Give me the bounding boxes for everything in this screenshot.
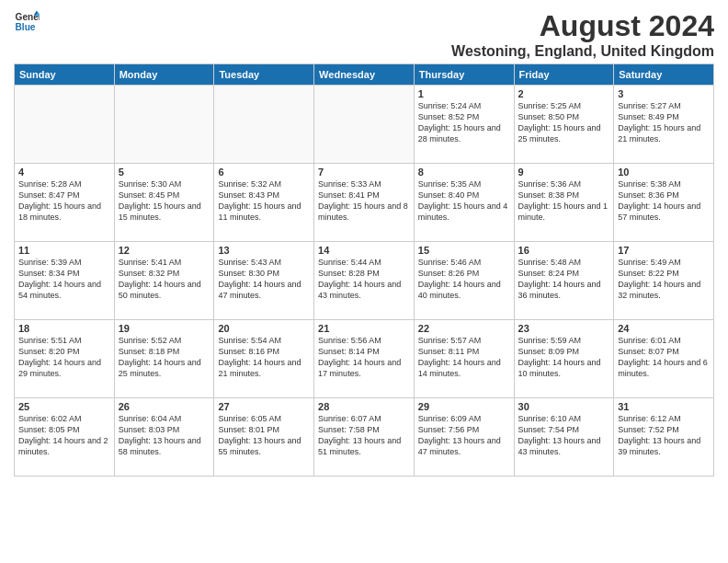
subtitle: Westoning, England, United Kingdom — [451, 43, 714, 60]
table-row: 13Sunrise: 5:43 AMSunset: 8:30 PMDayligh… — [214, 242, 314, 320]
day-info: Sunrise: 5:36 AMSunset: 8:38 PMDaylight:… — [518, 178, 610, 224]
day-info: Sunrise: 5:46 AMSunset: 8:26 PMDaylight:… — [418, 257, 510, 302]
day-number: 30 — [518, 401, 610, 412]
day-number: 4 — [18, 167, 110, 178]
table-row: 9Sunrise: 5:36 AMSunset: 8:38 PMDaylight… — [514, 164, 614, 242]
table-row: 16Sunrise: 5:48 AMSunset: 8:24 PMDayligh… — [514, 242, 614, 320]
day-number: 14 — [318, 245, 410, 256]
table-row — [114, 86, 214, 164]
day-info: Sunrise: 5:48 AMSunset: 8:24 PMDaylight:… — [518, 257, 610, 302]
day-info: Sunrise: 5:56 AMSunset: 8:14 PMDaylight:… — [318, 335, 410, 380]
table-row: 14Sunrise: 5:44 AMSunset: 8:28 PMDayligh… — [314, 242, 415, 320]
table-row: 19Sunrise: 5:52 AMSunset: 8:18 PMDayligh… — [114, 320, 214, 398]
day-number: 29 — [418, 401, 510, 412]
table-row — [314, 86, 415, 164]
day-info: Sunrise: 5:27 AMSunset: 8:49 PMDaylight:… — [618, 100, 710, 145]
day-info: Sunrise: 6:09 AMSunset: 7:56 PMDaylight:… — [418, 413, 510, 458]
calendar-week-row: 1Sunrise: 5:24 AMSunset: 8:52 PMDaylight… — [15, 86, 714, 164]
calendar-week-row: 4Sunrise: 5:28 AMSunset: 8:47 PMDaylight… — [15, 164, 714, 242]
day-number: 28 — [318, 401, 410, 412]
table-row: 25Sunrise: 6:02 AMSunset: 8:05 PMDayligh… — [15, 398, 115, 477]
day-info: Sunrise: 6:07 AMSunset: 7:58 PMDaylight:… — [318, 413, 410, 458]
header: General Blue August 2024 Westoning, Engl… — [14, 9, 714, 60]
calendar-header-row: Sunday Monday Tuesday Wednesday Thursday… — [15, 64, 714, 86]
calendar-table: Sunday Monday Tuesday Wednesday Thursday… — [14, 63, 714, 477]
table-row: 22Sunrise: 5:57 AMSunset: 8:11 PMDayligh… — [414, 320, 514, 398]
day-number: 5 — [119, 167, 210, 178]
table-row: 29Sunrise: 6:09 AMSunset: 7:56 PMDayligh… — [414, 398, 514, 477]
day-info: Sunrise: 5:38 AMSunset: 8:36 PMDaylight:… — [618, 178, 710, 224]
col-tuesday: Tuesday — [214, 64, 314, 86]
day-info: Sunrise: 6:04 AMSunset: 8:03 PMDaylight:… — [119, 413, 210, 458]
table-row: 15Sunrise: 5:46 AMSunset: 8:26 PMDayligh… — [414, 242, 514, 320]
table-row: 26Sunrise: 6:04 AMSunset: 8:03 PMDayligh… — [114, 398, 214, 477]
day-number: 15 — [418, 245, 510, 256]
table-row: 6Sunrise: 5:32 AMSunset: 8:43 PMDaylight… — [214, 164, 314, 242]
calendar-week-row: 11Sunrise: 5:39 AMSunset: 8:34 PMDayligh… — [15, 242, 714, 320]
table-row: 24Sunrise: 6:01 AMSunset: 8:07 PMDayligh… — [614, 320, 714, 398]
day-info: Sunrise: 6:05 AMSunset: 8:01 PMDaylight:… — [218, 413, 310, 458]
day-info: Sunrise: 5:49 AMSunset: 8:22 PMDaylight:… — [618, 257, 710, 302]
day-number: 17 — [618, 245, 710, 256]
table-row: 20Sunrise: 5:54 AMSunset: 8:16 PMDayligh… — [214, 320, 314, 398]
day-info: Sunrise: 5:51 AMSunset: 8:20 PMDaylight:… — [18, 335, 110, 380]
page: General Blue August 2024 Westoning, Engl… — [0, 0, 728, 563]
col-saturday: Saturday — [614, 64, 714, 86]
day-info: Sunrise: 6:01 AMSunset: 8:07 PMDaylight:… — [618, 335, 710, 380]
day-number: 19 — [119, 323, 210, 334]
day-number: 27 — [218, 401, 310, 412]
day-number: 31 — [618, 401, 710, 412]
day-info: Sunrise: 5:24 AMSunset: 8:52 PMDaylight:… — [418, 100, 510, 145]
col-thursday: Thursday — [414, 64, 514, 86]
table-row: 10Sunrise: 5:38 AMSunset: 8:36 PMDayligh… — [614, 164, 714, 242]
day-number: 25 — [18, 401, 110, 412]
table-row — [15, 86, 115, 164]
day-info: Sunrise: 5:30 AMSunset: 8:45 PMDaylight:… — [119, 178, 210, 224]
table-row: 8Sunrise: 5:35 AMSunset: 8:40 PMDaylight… — [414, 164, 514, 242]
day-info: Sunrise: 5:44 AMSunset: 8:28 PMDaylight:… — [318, 257, 410, 302]
calendar-week-row: 25Sunrise: 6:02 AMSunset: 8:05 PMDayligh… — [15, 398, 714, 477]
col-monday: Monday — [114, 64, 214, 86]
day-info: Sunrise: 5:25 AMSunset: 8:50 PMDaylight:… — [518, 100, 610, 145]
col-friday: Friday — [514, 64, 614, 86]
table-row: 7Sunrise: 5:33 AMSunset: 8:41 PMDaylight… — [314, 164, 415, 242]
table-row: 17Sunrise: 5:49 AMSunset: 8:22 PMDayligh… — [614, 242, 714, 320]
table-row — [214, 86, 314, 164]
day-info: Sunrise: 6:02 AMSunset: 8:05 PMDaylight:… — [18, 413, 110, 458]
day-info: Sunrise: 5:39 AMSunset: 8:34 PMDaylight:… — [18, 257, 110, 302]
table-row: 1Sunrise: 5:24 AMSunset: 8:52 PMDaylight… — [414, 86, 514, 164]
day-info: Sunrise: 5:59 AMSunset: 8:09 PMDaylight:… — [518, 335, 610, 380]
table-row: 4Sunrise: 5:28 AMSunset: 8:47 PMDaylight… — [15, 164, 115, 242]
day-info: Sunrise: 5:41 AMSunset: 8:32 PMDaylight:… — [119, 257, 210, 302]
day-number: 13 — [218, 245, 310, 256]
day-number: 24 — [618, 323, 710, 334]
day-info: Sunrise: 5:57 AMSunset: 8:11 PMDaylight:… — [418, 335, 510, 380]
day-number: 6 — [218, 167, 310, 178]
table-row: 21Sunrise: 5:56 AMSunset: 8:14 PMDayligh… — [314, 320, 415, 398]
title-block: August 2024 Westoning, England, United K… — [451, 9, 714, 60]
table-row: 11Sunrise: 5:39 AMSunset: 8:34 PMDayligh… — [15, 242, 115, 320]
table-row: 23Sunrise: 5:59 AMSunset: 8:09 PMDayligh… — [514, 320, 614, 398]
table-row: 30Sunrise: 6:10 AMSunset: 7:54 PMDayligh… — [514, 398, 614, 477]
table-row: 3Sunrise: 5:27 AMSunset: 8:49 PMDaylight… — [614, 86, 714, 164]
calendar-week-row: 18Sunrise: 5:51 AMSunset: 8:20 PMDayligh… — [15, 320, 714, 398]
day-number: 10 — [618, 167, 710, 178]
day-number: 12 — [119, 245, 210, 256]
day-info: Sunrise: 5:54 AMSunset: 8:16 PMDaylight:… — [218, 335, 310, 380]
day-info: Sunrise: 5:33 AMSunset: 8:41 PMDaylight:… — [318, 178, 410, 224]
logo-icon: General Blue — [14, 9, 40, 35]
day-number: 2 — [518, 88, 610, 99]
day-number: 21 — [318, 323, 410, 334]
day-number: 3 — [618, 88, 710, 99]
logo: General Blue — [14, 9, 40, 35]
table-row: 18Sunrise: 5:51 AMSunset: 8:20 PMDayligh… — [15, 320, 115, 398]
day-number: 26 — [119, 401, 210, 412]
col-wednesday: Wednesday — [314, 64, 415, 86]
table-row: 28Sunrise: 6:07 AMSunset: 7:58 PMDayligh… — [314, 398, 415, 477]
table-row: 2Sunrise: 5:25 AMSunset: 8:50 PMDaylight… — [514, 86, 614, 164]
day-number: 18 — [18, 323, 110, 334]
day-number: 8 — [418, 167, 510, 178]
day-number: 16 — [518, 245, 610, 256]
day-info: Sunrise: 5:52 AMSunset: 8:18 PMDaylight:… — [119, 335, 210, 380]
day-number: 9 — [518, 167, 610, 178]
